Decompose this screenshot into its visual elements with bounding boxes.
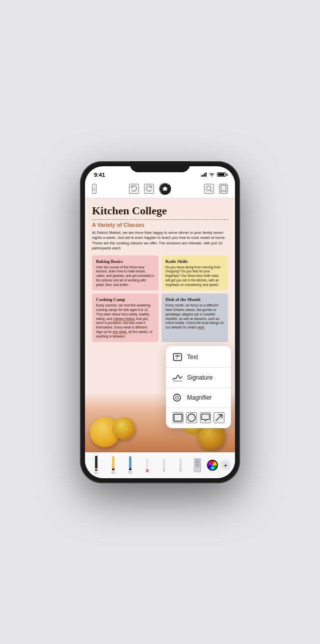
doc-subtitle: A Variety of Classes [92, 222, 228, 228]
doc-intro: At District Market, we are more than hap… [92, 230, 228, 251]
knife-card-text: Do you know dicing from mincing from cho… [166, 265, 224, 287]
circle-icon [187, 413, 196, 422]
bookmark-button[interactable] [219, 184, 228, 194]
nav-toolbar: ‹ [85, 180, 235, 198]
baking-card-title: Baking Basics [96, 259, 154, 264]
rectangle-shape-button[interactable] [172, 412, 184, 423]
speech-shape-button[interactable] [200, 412, 211, 423]
pencil-blue-tool[interactable]: 50 [122, 456, 138, 474]
popup-divider-1 [166, 367, 231, 368]
undo-icon [130, 185, 138, 193]
doc-title: Kitchen College [92, 204, 228, 217]
svg-line-2 [210, 190, 212, 192]
speech-bubble-icon [201, 413, 210, 422]
svg-line-11 [216, 415, 222, 421]
food-decoration-2 [112, 417, 135, 440]
document-page: Kitchen College A Variety of Classes At … [85, 198, 235, 452]
arrow-shape-button[interactable] [214, 412, 224, 423]
signature-icon [172, 372, 183, 383]
wifi-icon [209, 172, 214, 177]
add-tool-button[interactable]: + [220, 460, 231, 471]
cooking-card-title: Cooking Camp [96, 297, 154, 302]
pencil-yellow-tool[interactable]: 80 [106, 456, 121, 474]
status-time: 9:41 [94, 172, 105, 178]
back-button[interactable]: ‹ [92, 184, 96, 194]
white-tool-2-icon [180, 459, 182, 472]
drawing-toolbar: 97 80 50 [85, 452, 235, 478]
popup-text-label: Text [187, 354, 198, 361]
shapes-row [166, 409, 231, 426]
svg-point-10 [188, 414, 196, 421]
battery-icon [217, 172, 226, 177]
color-wheel-button[interactable] [207, 460, 218, 471]
doc-divider [92, 219, 228, 220]
dish-card-title: Dish of the Month [166, 297, 224, 302]
baking-card-text: Over the course of five three-hour lesso… [96, 265, 154, 287]
magnifier-icon [172, 392, 183, 403]
dish-card: Dish of the Month Every month, we focus … [162, 293, 228, 342]
cards-grid: Baking Basics Over the course of five th… [92, 255, 228, 343]
popup-divider-3 [166, 408, 231, 408]
text-icon: T [172, 352, 183, 363]
signal-bars [201, 172, 206, 177]
star-1: ★ [100, 420, 104, 425]
pencil-black-icon [95, 456, 98, 471]
dish-card-text: Every month, we focus on a different New… [166, 303, 224, 330]
toolbar-left: ‹ [92, 184, 96, 194]
cooking-card-text: Every summer, we host five weeklong cook… [96, 303, 154, 339]
redo-button[interactable] [144, 184, 154, 194]
pencil-blue-number: 50 [128, 471, 132, 474]
content-area: Kitchen College A Variety of Classes At … [85, 198, 235, 452]
knife-card-title: Knife Skills [166, 259, 224, 264]
popup-text-item[interactable]: T Text [166, 348, 231, 366]
pencil-black-number: 97 [94, 471, 98, 475]
pencil-yellow-icon [112, 456, 114, 470]
pencil-yellow-number: 80 [112, 471, 116, 474]
bookmark-icon [220, 185, 227, 193]
status-icons [201, 172, 226, 177]
svg-point-0 [164, 187, 166, 190]
search-icon [205, 185, 213, 193]
knife-card: Knife Skills Do you know dicing from min… [162, 255, 228, 291]
popup-divider-2 [166, 388, 231, 388]
pencil-black-tool[interactable]: 97 [89, 456, 104, 475]
popup-menu: T Text Signa [166, 346, 231, 428]
white-tool-1-icon [163, 459, 165, 472]
ruler-icon [194, 458, 201, 472]
cooking-card: Cooking Camp Every summer, we host five … [92, 293, 158, 342]
svg-rect-9 [174, 414, 182, 421]
svg-text:T: T [176, 357, 178, 360]
toolbar-center [129, 183, 171, 195]
phone-frame: 9:41 ‹ [80, 161, 240, 483]
white-tool-2[interactable] [174, 459, 188, 472]
circle-shape-button[interactable] [186, 412, 197, 423]
notch [130, 161, 190, 172]
star-2: ★ [125, 426, 128, 430]
toolbar-right [204, 184, 228, 194]
undo-button[interactable] [129, 184, 139, 194]
markup-button[interactable] [159, 183, 171, 195]
popup-signature-item[interactable]: Signature [166, 369, 231, 387]
baking-card: Baking Basics Over the course of five th… [92, 255, 158, 291]
popup-magnifier-item[interactable]: Magnifier [166, 389, 231, 407]
popup-signature-label: Signature [187, 374, 212, 381]
eraser-icon [146, 458, 148, 472]
redo-icon [145, 185, 153, 193]
svg-point-7 [174, 394, 180, 401]
markup-icon [162, 185, 168, 192]
pencil-blue-icon [129, 456, 132, 470]
arrow-icon [214, 413, 224, 422]
search-button[interactable] [204, 184, 214, 194]
ruler-tool[interactable] [190, 458, 205, 472]
eraser-tool[interactable] [140, 458, 154, 472]
doc-content: Kitchen College A Variety of Classes At … [85, 198, 235, 347]
phone-screen: 9:41 ‹ [85, 166, 235, 478]
white-tool-1[interactable] [156, 459, 172, 472]
svg-point-8 [176, 396, 178, 399]
popup-magnifier-label: Magnifier [187, 394, 212, 401]
rectangle-icon [174, 414, 182, 422]
